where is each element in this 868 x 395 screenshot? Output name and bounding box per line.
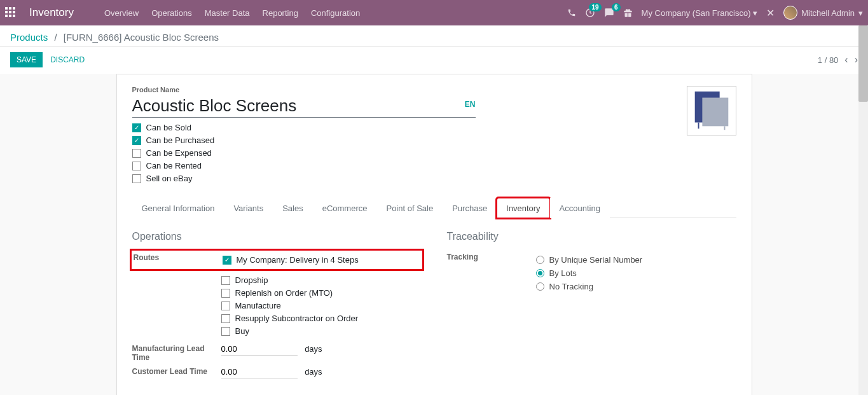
pager-text[interactable]: 1 / 80 (818, 55, 839, 65)
message-badge: 6 (612, 3, 621, 11)
user-menu[interactable]: Mitchell Admin ▾ (783, 6, 863, 20)
operations-title: Operations (132, 231, 422, 242)
breadcrumb-bar: Products / [FURN_6666] Acoustic Bloc Scr… (0, 25, 868, 47)
product-name-input[interactable]: Acoustic Bloc Screens (132, 96, 389, 116)
route-option[interactable]: Replenish on Order (MTO) (221, 288, 422, 298)
discard-button[interactable]: DISCARD (43, 52, 92, 67)
tracking-option[interactable]: No Tracking (536, 282, 736, 291)
close-icon[interactable]: ✕ (766, 7, 775, 19)
tab-variants[interactable]: Variants (224, 198, 273, 218)
radio-icon[interactable] (536, 269, 544, 277)
radio-icon[interactable] (536, 256, 544, 264)
checkbox-icon[interactable] (132, 174, 141, 183)
route-option[interactable]: My Company: Delivery in 4 Steps (223, 255, 420, 265)
checkbox-icon[interactable] (221, 301, 230, 310)
product-option[interactable]: Can be Rented (132, 161, 687, 170)
product-option[interactable]: Sell on eBay (132, 174, 687, 183)
pager-prev-icon[interactable]: ‹ (844, 54, 848, 66)
checkbox-icon[interactable] (132, 123, 141, 132)
checkbox-icon[interactable] (132, 149, 141, 158)
company-selector[interactable]: My Company (San Francisco) ▾ (642, 8, 758, 18)
tab-general-information[interactable]: General Information (132, 198, 224, 218)
nav-reporting[interactable]: Reporting (260, 8, 301, 18)
checkbox-icon[interactable] (221, 314, 230, 323)
gift-icon[interactable] (623, 8, 633, 18)
pager-next-icon[interactable]: › (855, 54, 858, 66)
route-option[interactable]: Buy (221, 326, 422, 336)
checkbox-icon[interactable] (132, 162, 141, 170)
days-unit: days (305, 367, 322, 377)
activity-badge: 19 (589, 3, 601, 11)
nav-overview[interactable]: Overview (102, 8, 141, 18)
breadcrumb-current: [FURN_6666] Acoustic Bloc Screens (64, 32, 219, 43)
activity-icon[interactable]: 19 (585, 8, 595, 18)
scrollbar-thumb[interactable] (858, 25, 868, 102)
checkbox-icon[interactable] (221, 289, 230, 298)
route-option[interactable]: Manufacture (221, 301, 422, 310)
product-option[interactable]: Can be Purchased (132, 135, 687, 145)
tab-accounting[interactable]: Accounting (550, 198, 610, 218)
save-button[interactable]: SAVE (10, 52, 43, 67)
phone-icon[interactable] (567, 8, 576, 17)
days-unit: days (305, 344, 322, 354)
route-option[interactable]: Dropship (221, 275, 422, 285)
tracking-label: Tracking (447, 251, 536, 261)
app-title[interactable]: Inventory (29, 6, 74, 19)
checkbox-icon[interactable] (223, 256, 231, 265)
tab-purchase[interactable]: Purchase (443, 198, 497, 218)
tab-ecommerce[interactable]: eCommerce (313, 198, 377, 218)
tracking-option[interactable]: By Lots (536, 268, 736, 278)
mfg-lead-label: Manufacturing Lead Time (132, 343, 221, 362)
avatar (783, 6, 797, 20)
route-option[interactable]: Resupply Subcontractor on Order (221, 314, 422, 323)
checkbox-icon[interactable] (221, 276, 230, 285)
tab-inventory[interactable]: Inventory (497, 198, 549, 218)
nav-master-data[interactable]: Master Data (202, 8, 252, 18)
routes-label: Routes (134, 252, 223, 268)
nav-configuration[interactable]: Configuration (308, 8, 362, 18)
checkbox-icon[interactable] (221, 327, 230, 336)
cust-lead-label: Customer Lead Time (132, 366, 221, 376)
radio-icon[interactable] (536, 282, 544, 291)
traceability-title: Traceability (447, 231, 736, 242)
lang-badge[interactable]: EN (465, 100, 476, 109)
product-option[interactable]: Can be Expensed (132, 148, 687, 158)
mfg-lead-input[interactable] (221, 343, 298, 356)
svg-rect-2 (702, 98, 728, 127)
tab-sales[interactable]: Sales (273, 198, 313, 218)
form-sheet: Product Name Acoustic Bloc Screens EN Ca… (116, 74, 752, 395)
checkbox-icon[interactable] (132, 136, 141, 145)
breadcrumb-parent[interactable]: Products (10, 32, 48, 43)
product-image[interactable] (687, 86, 736, 135)
product-option[interactable]: Can be Sold (132, 123, 687, 132)
cust-lead-input[interactable] (221, 366, 298, 378)
scrollbar[interactable] (858, 25, 868, 395)
top-navbar: Inventory Overview Operations Master Dat… (0, 0, 868, 25)
apps-icon[interactable] (5, 7, 17, 18)
messaging-icon[interactable]: 6 (604, 8, 614, 18)
product-name-label: Product Name (132, 86, 687, 94)
tab-point-of-sale[interactable]: Point of Sale (376, 198, 443, 218)
tracking-option[interactable]: By Unique Serial Number (536, 255, 736, 265)
nav-operations[interactable]: Operations (149, 8, 195, 18)
